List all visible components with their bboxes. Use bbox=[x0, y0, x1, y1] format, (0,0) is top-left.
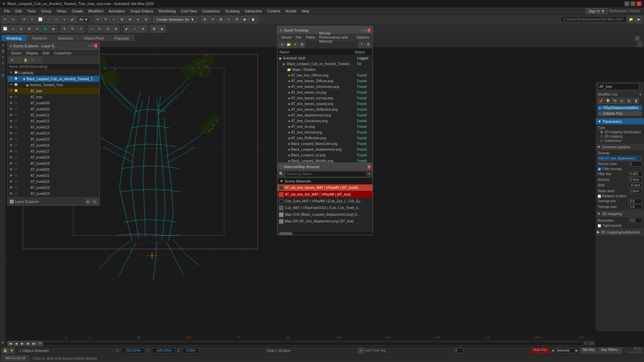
2d-mapping-section[interactable]: ▼ 2D mapping bbox=[596, 211, 644, 217]
playback-add-tag[interactable]: + bbox=[358, 348, 364, 354]
le-close[interactable]: ✕ bbox=[94, 44, 97, 48]
vp-maximize[interactable]: □ bbox=[637, 42, 643, 47]
at-texture-item[interactable]: ■Black_Leopard_displacement.png Found bbox=[278, 147, 373, 152]
menu-scripting[interactable]: Scripting bbox=[222, 8, 242, 14]
sidebar-create[interactable]: ✛ bbox=[0, 42, 6, 48]
layer-item-0[interactable]: 👁 🔲 0 (default) bbox=[8, 70, 99, 76]
lasso-select[interactable]: ∿ bbox=[61, 16, 68, 23]
at-texture-item[interactable]: ■AT_tree_Glossiness.png Found bbox=[278, 118, 373, 124]
tab-selection[interactable]: Selection bbox=[53, 35, 78, 41]
at-texture-item[interactable]: ■AT_tree_leaves_ior.png Found bbox=[278, 90, 373, 95]
menu-civil-view[interactable]: Civil View bbox=[178, 8, 199, 14]
key-filters-btn[interactable]: Key Filters... bbox=[599, 348, 622, 354]
obj-prop[interactable]: ≡ bbox=[34, 25, 41, 33]
status-icon-2[interactable]: ⊕ bbox=[9, 348, 15, 354]
at-minimize[interactable]: ─ bbox=[361, 28, 364, 33]
at-texture-item[interactable]: ■AT_live_tree_Diffuse.png Found bbox=[278, 72, 373, 78]
close-btn[interactable]: ✕ bbox=[637, 1, 641, 6]
le-footer-btn2[interactable]: ⊟ bbox=[92, 199, 97, 204]
at-texture-item[interactable]: ■Black_Leopard_BaseColor.png Found bbox=[278, 141, 373, 147]
status-icon-1[interactable]: 🔒 bbox=[2, 348, 8, 354]
le-minimize[interactable]: ─ bbox=[88, 44, 91, 48]
mod-space-icon[interactable]: ⊞ bbox=[626, 98, 632, 104]
sidebar-motion[interactable]: ↻ bbox=[0, 60, 6, 66]
layer-mgr[interactable]: ⊞ bbox=[201, 16, 208, 23]
radio-2d-mapping[interactable]: 2D mapping (landscape) bbox=[600, 130, 642, 134]
relative-bbox-check[interactable] bbox=[598, 195, 601, 198]
shift-input[interactable] bbox=[629, 183, 642, 188]
rot-tool[interactable]: ↻ bbox=[69, 25, 76, 33]
mod-pin-icon[interactable]: 📌 bbox=[598, 98, 604, 104]
material-item[interactable]: Cub_MAT ( VRayFastSSS2 ) [Cub, Cub_Teeth… bbox=[278, 205, 373, 211]
at-menu-options[interactable]: Options bbox=[354, 35, 371, 40]
le-sort-btn[interactable]: ↕ bbox=[16, 57, 22, 63]
selected-input[interactable] bbox=[555, 348, 575, 353]
at-texture-item[interactable]: ■AT_tree_leaves_normal.png Found bbox=[278, 95, 373, 101]
at-close[interactable]: ✕ bbox=[367, 28, 370, 33]
view-mode[interactable]: ◻ bbox=[9, 25, 17, 33]
filter-blur-input[interactable] bbox=[629, 171, 642, 176]
render-setup[interactable]: ⚙ bbox=[233, 16, 241, 23]
at-refresh[interactable]: ↺ bbox=[279, 42, 285, 48]
texture-mode[interactable]: ⊡ bbox=[17, 25, 25, 33]
path-nav[interactable]: ▶ bbox=[635, 16, 643, 23]
at-help[interactable]: ? bbox=[358, 42, 364, 48]
undo-btn[interactable]: ↩ bbox=[1, 16, 9, 23]
relax[interactable]: ≈ bbox=[131, 25, 139, 33]
radio-3d-mapping[interactable]: 3D mapping bbox=[600, 135, 642, 138]
common-params-section[interactable]: ▼ Common params bbox=[596, 144, 644, 150]
select-rotate[interactable]: ↻ bbox=[102, 16, 109, 23]
menu-customize[interactable]: Customize bbox=[200, 8, 222, 14]
at-texture-item[interactable]: ■AT_tree_leaves_opacity.png Found bbox=[278, 101, 373, 107]
tight-bounds-check[interactable] bbox=[598, 224, 601, 227]
at-texture-item[interactable]: ■AT_tree_ior.png Found bbox=[278, 124, 373, 130]
at-texture-item[interactable]: ■Black_Leopard_ior.png Found bbox=[278, 152, 373, 158]
minimize-btn[interactable]: ─ bbox=[625, 1, 629, 6]
layer-item-at_trunk011[interactable]: ◉◻AT_trunk011 bbox=[8, 112, 99, 118]
sub-obj[interactable]: ◈ bbox=[50, 25, 57, 33]
browse-path[interactable]: 📁 bbox=[627, 16, 635, 23]
texture-chan-input[interactable] bbox=[629, 161, 642, 166]
texmap-max-input[interactable] bbox=[629, 204, 642, 209]
snap2[interactable]: ⊳ bbox=[96, 25, 103, 33]
menu-interactive[interactable]: Interactive bbox=[242, 8, 265, 14]
modifier-editable-poly[interactable]: ▷ Editable Poly bbox=[598, 111, 642, 116]
select-btn[interactable]: ✛ bbox=[20, 16, 28, 23]
mod-light-icon[interactable]: 💡 bbox=[605, 98, 611, 104]
fence-select[interactable]: ◇ bbox=[53, 16, 60, 23]
mb-content[interactable]: AT_old_tree_leaves_MAT ( VRayMtl ) [AT_t… bbox=[278, 185, 373, 231]
water-level-input[interactable] bbox=[629, 189, 642, 194]
at-texture-item[interactable]: ■AT_tree_Reflection.png Found bbox=[278, 135, 373, 141]
radio-subdivision[interactable]: Subdivision bbox=[600, 139, 642, 143]
mat-editor[interactable]: ⬡ bbox=[225, 16, 233, 23]
maxscript-area[interactable]: MAXScript Mi bbox=[2, 355, 29, 361]
tab-freeform[interactable]: Freeform bbox=[27, 35, 52, 41]
at-list[interactable]: ≡ bbox=[292, 42, 298, 48]
use-pivot[interactable]: ⊕ bbox=[126, 16, 134, 23]
play-realtime-btn[interactable]: ⟳ bbox=[38, 341, 43, 346]
at-texture-item[interactable]: ■AT_tree_leaves_Glossiness.png Found bbox=[278, 84, 373, 90]
show-end[interactable]: ⊞ bbox=[150, 25, 158, 33]
resolution-input[interactable] bbox=[629, 218, 642, 223]
menu-file[interactable]: File bbox=[1, 8, 13, 14]
layer-item-at_trunk018[interactable]: ◉◻AT_trunk018 bbox=[8, 154, 99, 160]
menu-edit[interactable]: Edit bbox=[13, 8, 24, 14]
at-maximize[interactable]: □ bbox=[364, 28, 367, 33]
conform[interactable]: ⊛ bbox=[139, 25, 147, 33]
material-item[interactable]: Cub_Eyes_MAT ( VRayMtl ) [Cub_Eye_L, Cub… bbox=[278, 198, 373, 205]
sidebar-hierarchy[interactable]: ⊳ bbox=[0, 54, 6, 60]
menu-modifiers[interactable]: Modifiers bbox=[86, 8, 106, 14]
at-item-vault[interactable]: ◆Autodesk Vault Logged bbox=[278, 55, 373, 61]
mod-camera-icon[interactable]: 📷 bbox=[612, 98, 618, 104]
layer-item-at_trunk017[interactable]: ◉◻AT_trunk017 bbox=[8, 148, 99, 154]
go-start-btn[interactable]: |◀ bbox=[7, 341, 13, 346]
texmap-min-input[interactable] bbox=[629, 199, 642, 204]
at-browse[interactable]: 📁 bbox=[286, 42, 292, 48]
filter-dropdown[interactable]: All ▼ bbox=[77, 16, 90, 22]
at-texture-item[interactable]: ■AT_tree_Normal.png Found bbox=[278, 130, 373, 135]
menu-group[interactable]: Group bbox=[38, 8, 54, 14]
prev-frame-btn[interactable]: ◀ bbox=[13, 341, 19, 346]
layer-item-at_trunk016[interactable]: ◉◻AT_trunk016 bbox=[8, 142, 99, 148]
layer-item-at_trunk013[interactable]: ◉◻AT_trunk013 bbox=[8, 124, 99, 130]
track-view[interactable]: ≋ bbox=[209, 16, 216, 23]
